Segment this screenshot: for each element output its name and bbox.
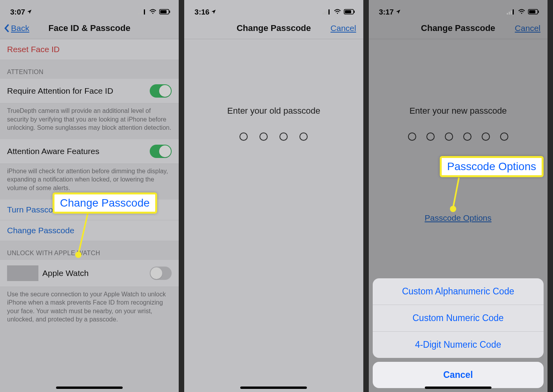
- passcode-dot: [482, 132, 490, 141]
- attention-aware-label: Attention Aware Features: [7, 147, 99, 156]
- require-attention-footer: TrueDepth camera will provide an additio…: [0, 103, 179, 139]
- cancel-button[interactable]: Cancel: [330, 17, 356, 39]
- back-button[interactable]: Back: [4, 17, 29, 39]
- passcode-dot: [279, 132, 288, 141]
- chevron-left-icon: [4, 24, 9, 33]
- callout-passcode-options: Passcode Options: [440, 156, 544, 177]
- battery-icon: [344, 8, 355, 16]
- svg-rect-18: [507, 13, 508, 15]
- svg-point-4: [152, 13, 154, 14]
- page-title: Face ID & Passcode: [49, 23, 131, 33]
- passcode-options-sheet: Custom Alphanumeric Code Custom Numeric …: [373, 278, 544, 388]
- cellular-icon: [323, 8, 331, 16]
- passcode-dot: [259, 132, 268, 141]
- apple-watch-label: Apple Watch: [42, 269, 89, 278]
- passcode-options-link[interactable]: Passcode Options: [369, 213, 548, 223]
- nav-bar: Change Passcode Cancel: [369, 17, 548, 39]
- svg-rect-21: [513, 9, 514, 15]
- svg-rect-19: [509, 12, 510, 15]
- cancel-button[interactable]: Cancel: [515, 17, 540, 39]
- status-bar: 3:07: [0, 0, 179, 17]
- location-icon: [211, 8, 216, 16]
- svg-rect-24: [529, 10, 535, 13]
- passcode-dot: [299, 132, 308, 141]
- wifi-icon: [149, 8, 157, 16]
- cellular-icon: [507, 8, 515, 16]
- screen-enter-old-passcode: 3:16 Change Passcode Cancel Enter your o…: [184, 0, 368, 392]
- home-indicator[interactable]: [56, 387, 123, 389]
- screen-enter-new-passcode: 3:17 Change Passcode Cancel Enter your n…: [369, 0, 553, 392]
- location-icon: [27, 8, 32, 16]
- svg-rect-1: [140, 12, 141, 15]
- status-bar: 3:16: [184, 0, 363, 17]
- svg-rect-0: [138, 13, 139, 15]
- cellular-icon: [138, 8, 147, 16]
- require-attention-toggle[interactable]: [150, 84, 172, 98]
- svg-rect-11: [325, 12, 326, 15]
- svg-rect-6: [160, 10, 167, 13]
- nav-bar: Back Face ID & Passcode: [0, 17, 179, 39]
- reset-face-id-row[interactable]: Reset Face ID: [0, 39, 179, 60]
- svg-point-14: [337, 13, 338, 14]
- passcode-prompt: Enter your new passcode: [369, 106, 548, 116]
- passcode-dot: [445, 132, 453, 141]
- svg-rect-17: [354, 11, 355, 13]
- svg-rect-3: [144, 9, 145, 15]
- home-indicator[interactable]: [240, 387, 307, 389]
- page-title: Change Passcode: [237, 23, 311, 33]
- battery-icon: [528, 8, 540, 16]
- apple-watch-row[interactable]: Apple Watch: [0, 260, 179, 287]
- passcode-dot: [500, 132, 508, 141]
- passcode-dots: [184, 132, 363, 141]
- svg-rect-16: [345, 10, 351, 13]
- change-passcode-row[interactable]: Change Passcode: [0, 220, 179, 241]
- sheet-item-4digit[interactable]: 4-Digit Numeric Code: [373, 332, 544, 358]
- attention-aware-row[interactable]: Attention Aware Features: [0, 139, 179, 164]
- change-passcode-label: Change Passcode: [7, 226, 74, 235]
- svg-rect-7: [169, 11, 170, 13]
- home-indicator[interactable]: [425, 387, 491, 389]
- status-bar: 3:17: [369, 0, 548, 17]
- passcode-dot: [463, 132, 471, 141]
- passcode-dot: [408, 132, 416, 141]
- status-time: 3:16: [194, 8, 209, 16]
- passcode-prompt: Enter your old passcode: [184, 106, 363, 116]
- apple-watch-thumbnail: [7, 265, 38, 281]
- status-time: 3:17: [379, 8, 394, 16]
- reset-face-id-label: Reset Face ID: [7, 45, 60, 54]
- callout-change-passcode: Change Passcode: [53, 192, 157, 214]
- apple-watch-toggle[interactable]: [150, 267, 172, 280]
- apple-watch-footer: Use the secure connection to your Apple …: [0, 287, 179, 331]
- nav-bar: Change Passcode Cancel: [184, 17, 363, 39]
- svg-point-22: [521, 13, 522, 14]
- svg-rect-10: [323, 13, 324, 15]
- battery-icon: [159, 8, 171, 16]
- screen-faceid-settings: 3:07 Back Face ID & Passcode: [0, 0, 184, 392]
- require-attention-row[interactable]: Require Attention for Face ID: [0, 79, 179, 103]
- attention-aware-toggle[interactable]: [150, 145, 172, 158]
- require-attention-label: Require Attention for Face ID: [7, 86, 113, 96]
- svg-rect-12: [326, 11, 328, 15]
- back-label: Back: [11, 24, 29, 33]
- svg-rect-2: [142, 11, 143, 15]
- wifi-icon: [518, 8, 526, 16]
- location-icon: [395, 8, 401, 16]
- sheet-cancel[interactable]: Cancel: [373, 362, 544, 388]
- status-time: 3:07: [10, 8, 25, 16]
- svg-rect-25: [538, 11, 539, 13]
- page-title: Change Passcode: [421, 23, 495, 33]
- wifi-icon: [334, 8, 341, 16]
- unlock-watch-header: UNLOCK WITH APPLE WATCH: [0, 241, 179, 260]
- svg-rect-20: [511, 11, 512, 15]
- attention-header: ATTENTION: [0, 60, 179, 79]
- svg-rect-13: [328, 9, 330, 15]
- passcode-dot: [426, 132, 435, 141]
- passcode-dots: [369, 132, 548, 141]
- sheet-item-alphanumeric[interactable]: Custom Alphanumeric Code: [373, 278, 544, 305]
- passcode-dot: [239, 132, 248, 141]
- sheet-item-numeric[interactable]: Custom Numeric Code: [373, 305, 544, 332]
